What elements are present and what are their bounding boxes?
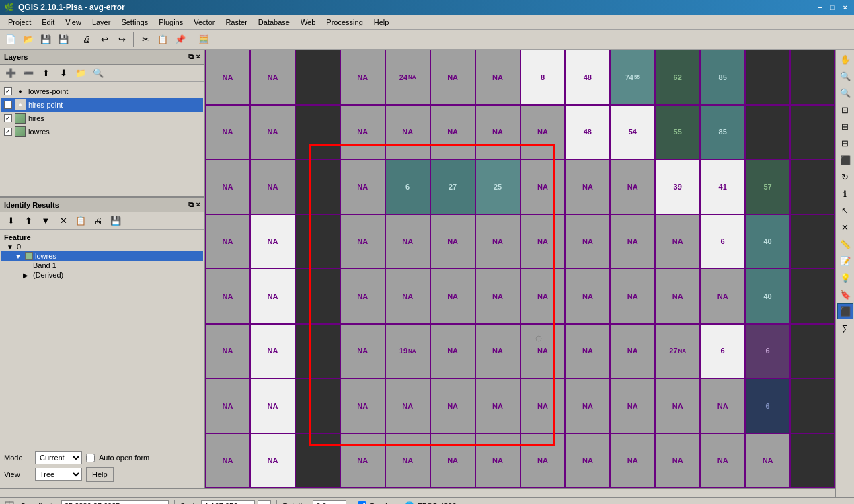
menu-vector[interactable]: Vector	[188, 17, 220, 28]
remove-layer-btn[interactable]: ➖	[20, 65, 36, 81]
mode-select[interactable]: Current	[35, 451, 82, 464]
layer-checkbox-hires-point[interactable]: ✓	[4, 101, 12, 109]
identify-clear-btn[interactable]: ✕	[55, 213, 71, 229]
new-project-btn[interactable]: 📄	[3, 32, 19, 48]
identify-copy-btn[interactable]: 📋	[73, 213, 89, 229]
bookmark-btn[interactable]: 🔖	[837, 286, 853, 302]
tree-item-band1[interactable]: Band 1	[1, 261, 203, 270]
cut-btn[interactable]: ✂	[137, 32, 153, 48]
menu-project[interactable]: Project	[3, 17, 36, 28]
calculator-btn[interactable]: 🧮	[196, 32, 212, 48]
open-project-btn[interactable]: 📂	[20, 32, 36, 48]
cell-3-8: NA	[565, 214, 610, 269]
identify-save-btn[interactable]: 💾	[108, 213, 124, 229]
map-tips-btn[interactable]: 💡	[837, 269, 853, 286]
deselect-btn[interactable]: ✕	[837, 219, 853, 235]
layer-group-btn[interactable]: 📁	[73, 65, 89, 81]
layer-hires-point[interactable]: ✓ ● hires-point	[1, 98, 203, 112]
layer-hires[interactable]: ✓ hires	[1, 112, 203, 125]
menu-web[interactable]: Web	[295, 17, 321, 28]
layer-checkbox-lowres-point[interactable]: ✓	[4, 87, 12, 95]
copy-btn[interactable]: 📋	[155, 32, 171, 48]
scale-unit-select[interactable]: ▼	[258, 500, 271, 505]
refresh-btn[interactable]: ↻	[837, 169, 853, 185]
layer-checkbox-lowres[interactable]: ✓	[4, 128, 12, 136]
view-select[interactable]: Tree	[35, 468, 82, 481]
map-area[interactable]: NA NA NA 24NA NA NA 8 48 7455 62 85 NA N…	[205, 50, 835, 488]
layers-close-btn[interactable]: ×	[196, 52, 200, 61]
coordinate-input[interactable]	[61, 500, 169, 505]
pan-map-btn[interactable]: ⬛	[837, 152, 853, 168]
menu-processing[interactable]: Processing	[321, 17, 368, 28]
render-label: Render	[369, 502, 393, 505]
layers-restore-btn[interactable]: ⧉	[188, 52, 194, 61]
status-icon	[4, 501, 15, 505]
cell-0-4: 24NA	[385, 50, 430, 105]
undo-btn[interactable]: ↩	[96, 32, 112, 48]
print-btn[interactable]: 🖨	[79, 32, 95, 48]
cell-5-7: NA	[520, 324, 566, 379]
left-scroll[interactable]	[0, 488, 205, 497]
sep3	[192, 32, 192, 47]
minimize-button[interactable]: −	[815, 3, 824, 11]
layer-lowres[interactable]: ✓ lowres	[1, 125, 203, 138]
tree-label-derived: (Derived)	[33, 271, 63, 279]
redo-btn[interactable]: ↪	[114, 32, 130, 48]
menu-help[interactable]: Help	[368, 17, 395, 28]
sep1	[75, 32, 75, 47]
zoom-in-btn[interactable]: 🔍	[837, 68, 853, 84]
identify-close-btn[interactable]: ×	[196, 200, 200, 209]
zoom-layer-btn[interactable]: ⊞	[837, 118, 853, 134]
close-button[interactable]: ×	[841, 3, 850, 11]
zoom-out-btn[interactable]: 🔍	[837, 85, 853, 101]
rotation-group: Rotation	[282, 500, 346, 505]
save-as-btn[interactable]: 💾	[55, 32, 71, 48]
cell-3-13	[790, 214, 835, 269]
layer-down-btn[interactable]: ⬇	[55, 65, 71, 81]
layer-checkbox-hires[interactable]: ✓	[4, 114, 12, 122]
paste-btn[interactable]: 📌	[172, 32, 188, 48]
layer-lowres-point[interactable]: ✓ ● lowres-point	[1, 85, 203, 98]
render-checkbox[interactable]	[358, 501, 366, 504]
identify-restore-btn[interactable]: ⧉	[188, 200, 194, 209]
auto-open-form-checkbox[interactable]	[86, 454, 95, 462]
save-project-btn[interactable]: 💾	[38, 32, 54, 48]
identify-btn[interactable]: ℹ	[837, 185, 853, 202]
menu-settings[interactable]: Settings	[116, 17, 153, 28]
layer-filter-btn[interactable]: 🔍	[90, 65, 106, 81]
layer-up-btn[interactable]: ⬆	[38, 65, 54, 81]
cell-4-1: NA	[250, 269, 295, 324]
identify-select-btn[interactable]: ▼	[38, 213, 54, 229]
measure-btn[interactable]: 📏	[837, 236, 853, 252]
add-layer-btn[interactable]: ➕	[3, 65, 19, 81]
identify-panel-header: Identify Results ⧉ ×	[0, 198, 204, 212]
menu-plugins[interactable]: Plugins	[153, 17, 188, 28]
tree-item-derived[interactable]: ▶ (Derived)	[1, 270, 203, 280]
menu-layer[interactable]: Layer	[87, 17, 116, 28]
pan-btn[interactable]: ✋	[837, 51, 853, 67]
map-scrollbar-h[interactable]	[205, 488, 835, 497]
menu-database[interactable]: Database	[253, 17, 295, 28]
tree-item-lowres[interactable]: ▼ lowres	[1, 251, 203, 261]
scale-group: Scale ▼	[180, 500, 272, 505]
menu-raster[interactable]: Raster	[220, 17, 252, 28]
select-btn[interactable]: ↖	[837, 202, 853, 218]
calculator2-btn[interactable]: ∑	[837, 320, 853, 336]
tree-item-0[interactable]: ▼ 0	[1, 242, 203, 251]
identify-expand-btn[interactable]: ⬇	[3, 213, 19, 229]
maximize-button[interactable]: □	[828, 3, 838, 11]
identify-print-btn[interactable]: 🖨	[90, 213, 106, 229]
cell-1-7: NA	[520, 105, 566, 160]
scale-input[interactable]	[201, 500, 255, 505]
help-button[interactable]: Help	[86, 467, 114, 482]
rotation-input[interactable]	[313, 500, 346, 505]
menu-view[interactable]: View	[60, 17, 87, 28]
annotation-btn[interactable]: 📝	[837, 253, 853, 269]
cell-7-3: NA	[340, 433, 385, 489]
zoom-selection-btn[interactable]: ⊟	[837, 135, 853, 151]
zoom-full-btn[interactable]: ⊡	[837, 101, 853, 118]
active-tool-btn[interactable]: ⬛	[837, 303, 853, 319]
identify-collapse-btn[interactable]: ⬆	[20, 213, 36, 229]
cell-5-4: 19NA	[385, 324, 430, 379]
menu-edit[interactable]: Edit	[36, 17, 60, 28]
